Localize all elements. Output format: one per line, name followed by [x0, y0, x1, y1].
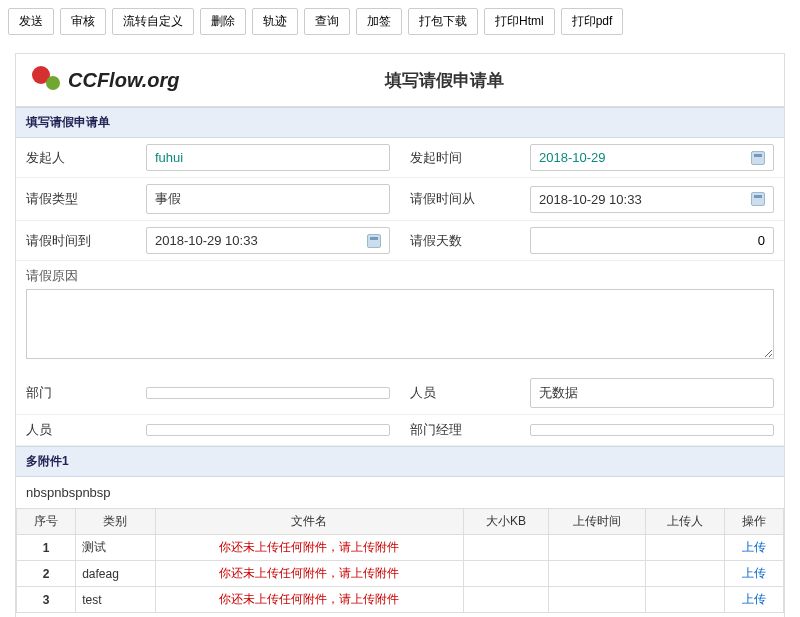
person2-field[interactable]	[146, 424, 390, 436]
attachments-header-text: nbspnbspnbsp	[16, 477, 784, 508]
dept-mgr-label: 部门经理	[410, 421, 530, 439]
brand-text: CCFlow.org	[68, 69, 179, 92]
dept-label: 部门	[26, 384, 146, 402]
cell-category: dafeag	[76, 561, 155, 587]
leave-days-field[interactable]	[530, 227, 774, 254]
toolbar-button-加签[interactable]: 加签	[356, 8, 402, 35]
table-row: 2dafeag你还未上传任何附件，请上传附件上传	[17, 561, 784, 587]
toolbar-button-打印Html[interactable]: 打印Html	[484, 8, 555, 35]
cell-user	[646, 561, 724, 587]
leave-from-label: 请假时间从	[410, 190, 530, 208]
cell-op: 上传	[724, 561, 783, 587]
table-header: 序号	[17, 509, 76, 535]
initiator-field[interactable]: fuhui	[146, 144, 390, 171]
cell-filename: 你还未上传任何附件，请上传附件	[155, 535, 464, 561]
leave-to-field[interactable]: 2018-10-29 10:33	[146, 227, 390, 254]
table-header: 上传时间	[548, 509, 646, 535]
calendar-icon[interactable]	[367, 234, 381, 248]
leave-from-field[interactable]: 2018-10-29 10:33	[530, 186, 774, 213]
calendar-icon[interactable]	[751, 192, 765, 206]
leave-days-input[interactable]	[539, 233, 765, 248]
leave-type-label: 请假类型	[26, 190, 146, 208]
table-header: 操作	[724, 509, 783, 535]
upload-link[interactable]: 上传	[742, 592, 766, 606]
cell-no: 3	[17, 587, 76, 613]
table-row: 1测试你还未上传任何附件，请上传附件上传	[17, 535, 784, 561]
start-time-label: 发起时间	[410, 149, 530, 167]
toolbar-button-审核[interactable]: 审核	[60, 8, 106, 35]
section-title: 填写请假申请单	[16, 107, 784, 138]
table-header: 文件名	[155, 509, 464, 535]
person-field[interactable]: 无数据	[530, 378, 774, 408]
toolbar-button-轨迹[interactable]: 轨迹	[252, 8, 298, 35]
cell-filename: 你还未上传任何附件，请上传附件	[155, 561, 464, 587]
cell-op: 上传	[724, 587, 783, 613]
toolbar-button-打印pdf[interactable]: 打印pdf	[561, 8, 624, 35]
reason-textarea[interactable]	[26, 289, 774, 359]
person2-label: 人员	[26, 421, 146, 439]
toolbar-button-发送[interactable]: 发送	[8, 8, 54, 35]
cell-size	[464, 561, 549, 587]
upload-link[interactable]: 上传	[742, 540, 766, 554]
reason-label: 请假原因	[16, 261, 784, 285]
calendar-icon[interactable]	[751, 151, 765, 165]
toolbar-button-查询[interactable]: 查询	[304, 8, 350, 35]
leave-to-label: 请假时间到	[26, 232, 146, 250]
table-header: 类别	[76, 509, 155, 535]
cell-size	[464, 535, 549, 561]
toolbar-button-流转自定义[interactable]: 流转自定义	[112, 8, 194, 35]
cell-size	[464, 587, 549, 613]
cell-user	[646, 535, 724, 561]
upload-link[interactable]: 上传	[742, 566, 766, 580]
top-toolbar: 发送审核流转自定义删除轨迹查询加签打包下载打印Html打印pdf	[0, 0, 800, 43]
initiator-label: 发起人	[26, 149, 146, 167]
table-header: 大小KB	[464, 509, 549, 535]
form-card: CCFlow.org 填写请假申请单 填写请假申请单 发起人 fuhui 发起时…	[15, 53, 785, 617]
attachments-table: 序号类别文件名大小KB上传时间上传人操作 1测试你还未上传任何附件，请上传附件上…	[16, 508, 784, 613]
attachments-section-title: 多附件1	[16, 446, 784, 477]
start-time-field[interactable]: 2018-10-29	[530, 144, 774, 171]
cell-category: test	[76, 587, 155, 613]
toolbar-button-打包下载[interactable]: 打包下载	[408, 8, 478, 35]
cell-op: 上传	[724, 535, 783, 561]
cell-time	[548, 535, 646, 561]
leave-type-field[interactable]: 事假	[146, 184, 390, 214]
cell-time	[548, 587, 646, 613]
ccflow-logo-icon	[30, 64, 62, 96]
cell-user	[646, 587, 724, 613]
leave-days-label: 请假天数	[410, 232, 530, 250]
table-header: 上传人	[646, 509, 724, 535]
file-upload-row: 请选择类别： 测试 文件： 浏览... 未选择文件。	[16, 613, 784, 617]
person-label: 人员	[410, 384, 530, 402]
cell-time	[548, 561, 646, 587]
cell-filename: 你还未上传任何附件，请上传附件	[155, 587, 464, 613]
cell-no: 1	[17, 535, 76, 561]
dept-mgr-field[interactable]	[530, 424, 774, 436]
form-title: 填写请假申请单	[179, 69, 770, 92]
cell-no: 2	[17, 561, 76, 587]
cell-category: 测试	[76, 535, 155, 561]
table-row: 3test你还未上传任何附件，请上传附件上传	[17, 587, 784, 613]
dept-field[interactable]	[146, 387, 390, 399]
toolbar-button-删除[interactable]: 删除	[200, 8, 246, 35]
card-header: CCFlow.org 填写请假申请单	[16, 54, 784, 107]
